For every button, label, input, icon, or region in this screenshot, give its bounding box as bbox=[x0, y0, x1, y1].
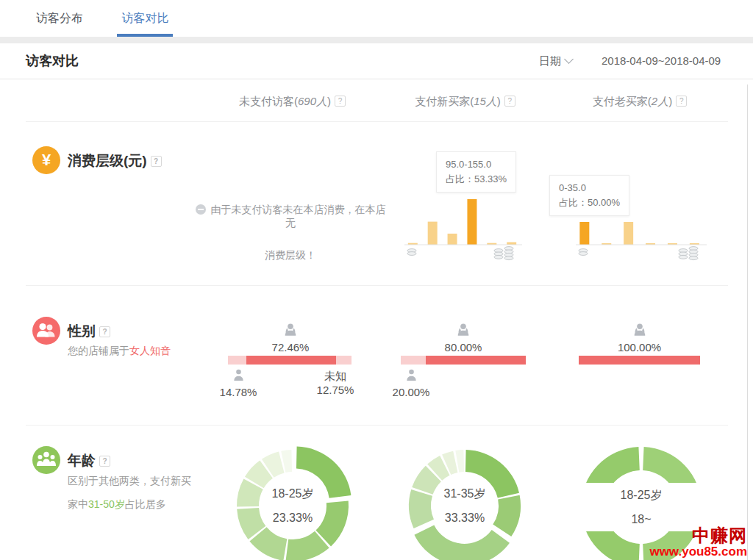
female-percent: 72.46% bbox=[221, 341, 360, 353]
tab-visitor-distribution[interactable]: 访客分布 bbox=[32, 0, 88, 37]
age-subtitle-line1: 区别于其他两类，支付新买 bbox=[68, 475, 191, 488]
chevron-down-icon bbox=[564, 54, 574, 64]
unknown-label: 未知 bbox=[312, 369, 359, 383]
date-range-value: 2018-04-09~2018-04-09 bbox=[602, 54, 721, 67]
right-edge-rule bbox=[747, 85, 748, 560]
gender-bar bbox=[579, 356, 700, 365]
info-minus-icon bbox=[196, 204, 206, 215]
gender-couple-icon bbox=[32, 317, 60, 345]
column-header-old-buyers: 支付老买家(2人)? bbox=[552, 95, 728, 109]
age-title: 年龄? bbox=[68, 451, 110, 470]
divider-strip bbox=[0, 37, 753, 43]
page-title: 访客对比 bbox=[26, 52, 79, 70]
gender-bar-segment[interactable] bbox=[246, 356, 336, 365]
female-icon bbox=[571, 322, 707, 341]
donut-center-label: 18-25岁18~ bbox=[575, 483, 707, 531]
card-header: 访客对比 日期 2018-04-09~2018-04-09 bbox=[0, 43, 753, 79]
tab-visitor-comparison[interactable]: 访客对比 bbox=[117, 0, 173, 37]
column-header-new-buyers: 支付新买家(15人)? bbox=[379, 95, 552, 109]
male-percent: 20.00% bbox=[389, 386, 433, 398]
help-icon[interactable]: ? bbox=[335, 96, 346, 107]
bar[interactable] bbox=[507, 243, 516, 245]
coin-icon bbox=[407, 249, 416, 256]
coins-icon bbox=[679, 247, 698, 260]
unknown-percent: 12.75% bbox=[312, 383, 359, 397]
column-header-row: 未支付访客(690人)? 支付新买家(15人)? 支付老买家(2人)? bbox=[0, 79, 753, 122]
gender-title: 性别? bbox=[68, 322, 110, 341]
male-icon bbox=[216, 367, 260, 386]
female-icon bbox=[393, 322, 533, 341]
consumption-chart-old-buyers: 0-35.0占比：50.00% bbox=[576, 147, 707, 263]
coin-icon bbox=[579, 249, 588, 256]
coins-icon bbox=[494, 247, 513, 260]
gender-bar-segment[interactable] bbox=[336, 356, 351, 365]
watermark: 中赚网 www.you85.com bbox=[649, 526, 747, 559]
gender-chart-old-buyers: 100.00% bbox=[571, 322, 707, 403]
consumption-chart-new-buyers: 95.0-155.0占比：53.33% bbox=[404, 147, 522, 263]
donut-center-label: 31-35岁33.33% bbox=[402, 481, 527, 530]
bar[interactable] bbox=[624, 222, 633, 245]
help-icon[interactable]: ? bbox=[99, 456, 110, 467]
gender-bar-segment[interactable] bbox=[228, 356, 246, 365]
female-percent: 80.00% bbox=[393, 341, 533, 353]
bar[interactable] bbox=[467, 199, 477, 245]
consumption-title: 消费层级(元)? bbox=[68, 151, 162, 170]
help-icon[interactable]: ? bbox=[676, 96, 687, 107]
female-icon bbox=[221, 322, 360, 341]
help-icon[interactable]: ? bbox=[504, 96, 515, 107]
yen-icon: ¥ bbox=[32, 146, 60, 174]
bar[interactable] bbox=[428, 222, 438, 245]
chart-tooltip: 0-35.0占比：50.00% bbox=[549, 175, 629, 216]
age-subtitle-line2: 家中31-50岁占比居多 bbox=[68, 498, 166, 511]
gender-subtitle: 您的店铺属于女人知音 bbox=[68, 345, 171, 358]
gender-bar bbox=[228, 356, 351, 365]
gender-chart-new-buyers: 80.00% 20.00% bbox=[393, 322, 533, 403]
female-percent: 100.00% bbox=[571, 341, 707, 353]
age-group-icon bbox=[32, 446, 60, 474]
chart-tooltip: 95.0-155.0占比：53.33% bbox=[436, 151, 516, 193]
top-tab-bar: 访客分布 访客对比 bbox=[0, 0, 753, 37]
date-dropdown[interactable]: 日期 bbox=[539, 54, 572, 68]
age-donut-unpaid: 18-25岁23.33% bbox=[230, 443, 355, 560]
bar[interactable] bbox=[579, 222, 589, 245]
divider bbox=[26, 285, 728, 286]
gender-bar-segment[interactable] bbox=[579, 356, 700, 365]
consumption-note: 由于未支付访客未在本店消费，在本店无 消费层级！ bbox=[193, 204, 388, 262]
male-icon bbox=[389, 367, 433, 386]
donut-center-label: 18-25岁23.33% bbox=[230, 481, 355, 530]
help-icon[interactable]: ? bbox=[151, 156, 162, 167]
donut-segment[interactable] bbox=[414, 525, 510, 560]
gender-bar-segment[interactable] bbox=[426, 356, 526, 365]
gender-chart-unpaid: 72.46% 14.78% 未知 12.75% bbox=[221, 322, 360, 403]
divider bbox=[26, 425, 728, 426]
divider bbox=[26, 121, 728, 122]
help-icon[interactable]: ? bbox=[99, 326, 110, 337]
male-percent: 14.78% bbox=[216, 386, 260, 398]
age-donut-new-buyers: 31-35岁33.33% bbox=[402, 443, 527, 560]
bar[interactable] bbox=[448, 234, 457, 245]
gender-bar-segment[interactable] bbox=[401, 356, 426, 365]
column-header-unpaid-visitors: 未支付访客(690人)? bbox=[206, 95, 379, 109]
gender-bar bbox=[401, 356, 526, 365]
